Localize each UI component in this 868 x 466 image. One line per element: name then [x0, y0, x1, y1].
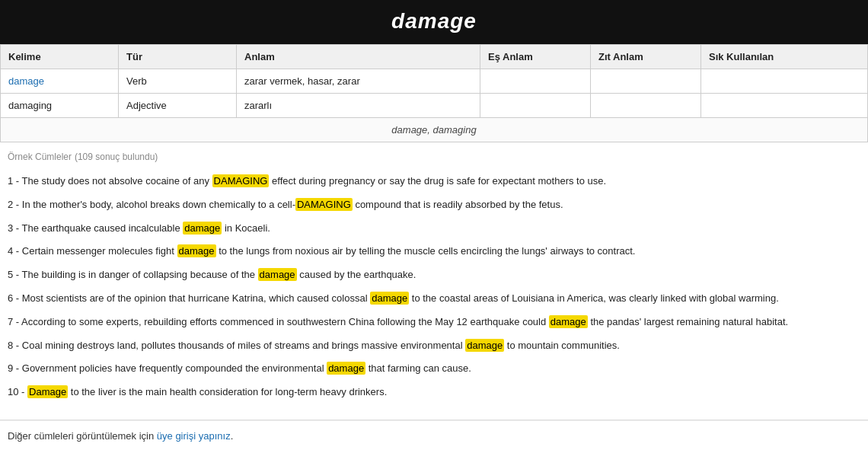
highlight: damage — [370, 292, 409, 305]
sentence-8: 8 - Coal mining destroys land, pollutes … — [8, 334, 860, 358]
highlight: Damage — [27, 385, 68, 398]
meaning-cell-damage: zarar vermek, hasar, zarar — [237, 69, 480, 94]
col-header-zit: Zıt Anlam — [591, 45, 701, 69]
highlight: DAMAGING — [295, 198, 353, 211]
sentence-6: 6 - Most scientists are of the opinion t… — [8, 287, 860, 311]
table-row: damage Verb zarar vermek, hasar, zarar — [1, 69, 868, 94]
common-cell-damaging — [701, 94, 868, 118]
table-row: damaging Adjective zararlı — [1, 94, 868, 118]
word-cell-damage: damage — [1, 69, 119, 94]
col-header-kelime: Kelime — [1, 45, 119, 69]
col-header-sik: Sık Kullanılan — [701, 45, 868, 69]
ornek-title: Örnek Cümleler (109 sonuç bulundu) — [0, 142, 868, 167]
highlight: damage — [183, 222, 222, 235]
sentence-10: 10 - Damage to the liver is the main hea… — [8, 381, 860, 404]
ornek-cumleler-section: Örnek Cümleler (109 sonuç bulundu) 1 - T… — [0, 142, 868, 420]
login-link[interactable]: üye girişi yapınız — [157, 430, 231, 442]
antonym-cell-damage — [591, 69, 701, 94]
sentence-1: 1 - The study does not absolve cocaine o… — [8, 170, 860, 193]
col-header-tur: Tür — [119, 45, 237, 69]
table-header-row: Kelime Tür Anlam Eş Anlam Zıt Anlam Sık … — [1, 45, 868, 69]
page-header: damage — [0, 0, 868, 44]
antonym-cell-damaging — [591, 94, 701, 118]
highlight: damage — [258, 268, 297, 281]
word-link-damage[interactable]: damage — [8, 75, 44, 87]
meaning-cell-damaging: zararlı — [237, 94, 480, 118]
sentence-4: 4 - Certain messenger molecules fight da… — [8, 240, 860, 263]
synonym-cell-damaging — [480, 94, 591, 118]
footer-text-before: Diğer cümleleri görüntülemek için — [8, 430, 157, 442]
highlight: damage — [327, 362, 365, 375]
ornek-title-text: Örnek Cümleler — [8, 152, 72, 162]
sentences-container: 1 - The study does not absolve cocaine o… — [0, 167, 868, 420]
sentence-7: 7 - According to some experts, rebuildin… — [8, 311, 860, 334]
col-header-anlam: Anlam — [237, 45, 480, 69]
sentence-3: 3 - The earthquake caused incalculable d… — [8, 217, 860, 241]
type-cell-damage: Verb — [119, 69, 237, 94]
highlight: damage — [465, 339, 504, 352]
common-cell-damage — [701, 69, 868, 94]
related-words-cell: damage, damaging — [1, 118, 868, 142]
word-cell-damaging: damaging — [1, 94, 119, 118]
page-title: damage — [0, 9, 868, 34]
footer-text-after: . — [231, 430, 234, 442]
related-words-row: damage, damaging — [1, 118, 868, 142]
ornek-count: (109 sonuç bulundu) — [75, 152, 158, 162]
col-header-es: Eş Anlam — [480, 45, 591, 69]
type-cell-damaging: Adjective — [119, 94, 237, 118]
sentence-5: 5 - The building is in danger of collaps… — [8, 263, 860, 287]
sentence-9: 9 - Government policies have frequently … — [8, 357, 860, 381]
sentence-2: 2 - In the mother's body, alcohol breaks… — [8, 193, 860, 217]
highlight: damage — [549, 315, 588, 328]
highlight: DAMAGING — [212, 174, 270, 187]
synonym-cell-damage — [480, 69, 591, 94]
footer-note: Diğer cümleleri görüntülemek için üye gi… — [0, 420, 868, 454]
highlight: damage — [177, 244, 216, 257]
word-table: Kelime Tür Anlam Eş Anlam Zıt Anlam Sık … — [0, 44, 868, 142]
